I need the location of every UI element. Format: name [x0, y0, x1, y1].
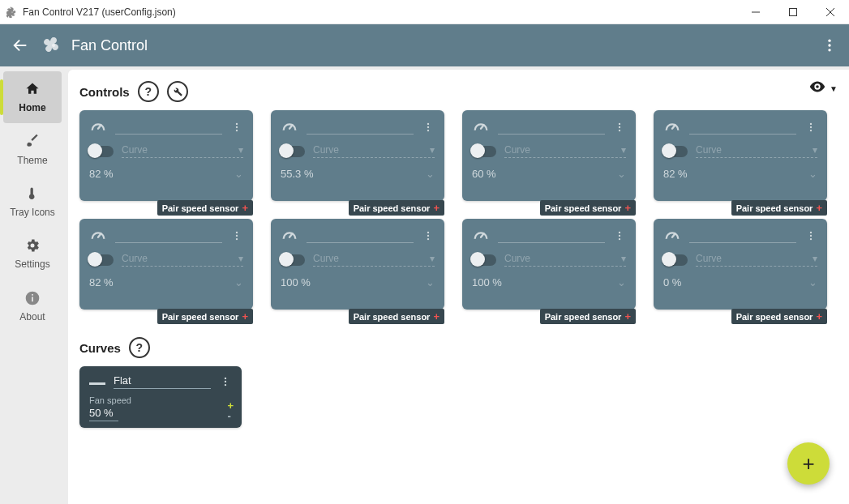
control-menu-button[interactable] [422, 122, 435, 133]
curve-name[interactable]: Flat [114, 374, 211, 389]
control-enable-toggle[interactable] [472, 146, 496, 157]
expand-icon[interactable]: ⌄ [808, 276, 817, 288]
window-minimize-button[interactable] [737, 0, 774, 24]
pair-speed-sensor-button[interactable]: Pair speed sensor + [157, 200, 253, 216]
control-enable-toggle[interactable] [281, 254, 305, 266]
app-header: Fan Control [0, 24, 849, 66]
sidebar-item-about[interactable]: About [0, 280, 65, 332]
svg-point-20 [810, 130, 812, 131]
pair-speed-sensor-button[interactable]: Pair speed sensor + [349, 309, 444, 324]
svg-point-35 [225, 384, 226, 386]
controls-section-label: Controls [79, 85, 130, 99]
visibility-dropdown-icon[interactable]: ▼ [830, 84, 838, 93]
control-name-input[interactable] [498, 120, 605, 135]
curve-decrease-button[interactable]: - [227, 411, 234, 421]
curve-card[interactable]: Flat Fan speed 50 % + - [79, 366, 242, 428]
expand-icon[interactable]: ⌄ [234, 168, 243, 180]
control-name-input[interactable] [498, 229, 605, 243]
pair-speed-sensor-button[interactable]: Pair speed sensor + [540, 309, 636, 324]
control-menu-button[interactable] [230, 230, 243, 241]
pair-speed-sensor-button[interactable]: Pair speed sensor + [731, 200, 827, 216]
visibility-icon[interactable] [808, 78, 826, 99]
svg-rect-7 [32, 294, 33, 296]
control-name-input[interactable] [307, 120, 414, 135]
plus-icon: + [433, 202, 440, 214]
expand-icon[interactable]: ⌄ [808, 168, 817, 180]
control-curve-select[interactable]: Curve ▾ [696, 253, 817, 267]
app-title: Fan Control [71, 37, 148, 54]
control-curve-select[interactable]: Curve ▾ [313, 144, 435, 158]
control-menu-button[interactable] [613, 122, 626, 133]
pair-label: Pair speed sensor [354, 203, 431, 213]
control-card[interactable]: Curve ▾ 0 % ⌄ [654, 219, 827, 310]
plus-icon: + [242, 202, 248, 214]
gauge-icon [472, 227, 490, 245]
control-percent: 60 % [472, 168, 617, 180]
control-menu-button[interactable] [804, 230, 817, 241]
control-enable-toggle[interactable] [89, 254, 114, 266]
gauge-icon [663, 227, 681, 245]
controls-tool-button[interactable] [167, 81, 188, 102]
control-curve-select[interactable]: Curve ▾ [122, 144, 243, 158]
pair-speed-sensor-button[interactable]: Pair speed sensor + [157, 309, 253, 324]
thermometer-icon [24, 186, 41, 204]
control-card[interactable]: Curve ▾ 82 % ⌄ [654, 110, 827, 201]
control-card[interactable]: Curve ▾ 82 % ⌄ [79, 110, 253, 201]
sidebar-item-home[interactable]: Home [3, 71, 62, 123]
svg-point-21 [236, 232, 238, 233]
control-curve-select[interactable]: Curve ▾ [504, 144, 626, 158]
svg-point-14 [427, 130, 429, 131]
expand-icon[interactable]: ⌄ [426, 276, 435, 288]
curve-placeholder: Curve [122, 253, 148, 264]
expand-icon[interactable]: ⌄ [426, 168, 435, 180]
window-close-button[interactable] [812, 0, 849, 24]
control-curve-select[interactable]: Curve ▾ [696, 144, 817, 158]
add-fab-button[interactable]: + [787, 442, 830, 485]
control-name-input[interactable] [689, 229, 796, 243]
svg-point-26 [427, 238, 429, 240]
control-card[interactable]: Curve ▾ 60 % ⌄ [462, 110, 636, 201]
window-maximize-button[interactable] [774, 0, 812, 24]
control-enable-toggle[interactable] [89, 146, 114, 157]
pair-label: Pair speed sensor [736, 312, 813, 322]
pair-speed-sensor-button[interactable]: Pair speed sensor + [349, 200, 444, 216]
fan-speed-value[interactable]: 50 % [89, 407, 118, 421]
header-menu-button[interactable] [821, 37, 838, 53]
pair-speed-sensor-button[interactable]: Pair speed sensor + [540, 200, 636, 216]
curve-menu-button[interactable] [219, 376, 232, 387]
control-card[interactable]: Curve ▾ 82 % ⌄ [79, 219, 253, 310]
control-name-input[interactable] [115, 229, 222, 243]
gear-icon [24, 237, 41, 256]
controls-help-button[interactable]: ? [138, 81, 159, 102]
expand-icon[interactable]: ⌄ [617, 168, 626, 180]
expand-icon[interactable]: ⌄ [234, 276, 243, 288]
sidebar-item-tray-icons[interactable]: Tray Icons [0, 176, 65, 228]
sidebar-item-label: Settings [15, 259, 49, 270]
sidebar-item-settings[interactable]: Settings [0, 228, 65, 280]
curves-help-button[interactable]: ? [129, 337, 150, 358]
control-curve-select[interactable]: Curve ▾ [504, 253, 626, 267]
control-enable-toggle[interactable] [663, 146, 688, 157]
control-card[interactable]: Curve ▾ 55.3 % ⌄ [271, 110, 444, 201]
control-menu-button[interactable] [804, 122, 817, 133]
control-card[interactable]: Curve ▾ 100 % ⌄ [462, 219, 636, 310]
control-name-input[interactable] [307, 229, 414, 243]
control-enable-toggle[interactable] [281, 146, 305, 157]
control-menu-button[interactable] [230, 122, 243, 133]
expand-icon[interactable]: ⌄ [617, 276, 626, 288]
control-enable-toggle[interactable] [663, 254, 688, 266]
control-name-input[interactable] [115, 120, 222, 135]
back-button[interactable] [11, 36, 29, 54]
control-menu-button[interactable] [613, 230, 626, 241]
control-enable-toggle[interactable] [472, 254, 496, 266]
control-curve-select[interactable]: Curve ▾ [313, 253, 435, 267]
control-percent: 82 % [663, 168, 808, 180]
svg-point-30 [810, 232, 812, 233]
fan-icon [44, 36, 63, 55]
pair-speed-sensor-button[interactable]: Pair speed sensor + [731, 309, 827, 324]
control-curve-select[interactable]: Curve ▾ [122, 253, 243, 267]
control-card[interactable]: Curve ▾ 100 % ⌄ [271, 219, 444, 310]
control-menu-button[interactable] [422, 230, 435, 241]
sidebar-item-theme[interactable]: Theme [0, 123, 65, 175]
control-name-input[interactable] [689, 120, 796, 135]
